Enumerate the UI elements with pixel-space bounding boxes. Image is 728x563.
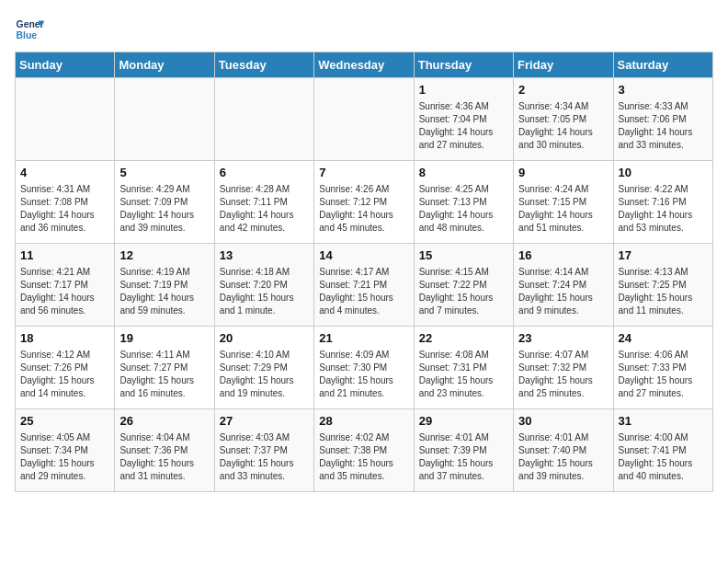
day-info-line: and 53 minutes. <box>619 222 708 235</box>
day-info-line: and 21 minutes. <box>319 387 408 400</box>
calendar-cell: 3Sunrise: 4:33 AMSunset: 7:06 PMDaylight… <box>613 78 712 161</box>
day-info-line: Sunrise: 4:29 AM <box>119 183 209 196</box>
day-info-line: Sunset: 7:25 PM <box>619 279 708 292</box>
day-info-line: Daylight: 15 hours <box>419 374 508 387</box>
day-info-line: Sunset: 7:19 PM <box>119 279 209 292</box>
day-info-line: and 33 minutes. <box>619 139 708 152</box>
day-info-line: Sunset: 7:20 PM <box>220 279 309 292</box>
day-number: 18 <box>20 330 109 347</box>
calendar-cell: 5Sunrise: 4:29 AMSunset: 7:09 PMDaylight… <box>115 161 214 244</box>
day-info-line: Sunset: 7:41 PM <box>619 444 708 457</box>
day-number: 16 <box>518 247 608 264</box>
day-info-line: Sunset: 7:12 PM <box>319 196 408 209</box>
weekday-header-thursday: Thursday <box>414 52 513 78</box>
weekday-header-monday: Monday <box>115 52 214 78</box>
day-info-line: Sunrise: 4:09 AM <box>319 349 408 362</box>
day-number: 31 <box>619 413 708 430</box>
day-info-line: Sunrise: 4:18 AM <box>220 266 309 279</box>
day-info-line: Daylight: 15 hours <box>20 374 109 387</box>
day-info-line: Sunrise: 4:34 AM <box>518 100 608 113</box>
day-info-line: and 9 minutes. <box>518 304 608 317</box>
day-info-line: Sunset: 7:37 PM <box>220 444 309 457</box>
day-info-line: Sunrise: 4:25 AM <box>419 183 508 196</box>
day-info-line: and 36 minutes. <box>20 222 109 235</box>
day-info-line: Daylight: 15 hours <box>220 292 309 304</box>
day-info-line: Sunrise: 4:24 AM <box>518 183 608 196</box>
day-info-line: and 39 minutes. <box>119 222 209 235</box>
day-info-line: Sunrise: 4:11 AM <box>119 349 209 362</box>
day-number: 12 <box>119 247 209 264</box>
day-info-line: and 48 minutes. <box>419 222 508 235</box>
day-info-line: Sunrise: 4:19 AM <box>119 266 209 279</box>
day-number: 13 <box>220 247 309 264</box>
calendar-cell: 26Sunrise: 4:04 AMSunset: 7:36 PMDayligh… <box>115 409 214 492</box>
day-info-line: and 23 minutes. <box>419 387 508 400</box>
page-header: General Blue <box>15 15 713 44</box>
day-info-line: Sunrise: 4:13 AM <box>619 266 708 279</box>
calendar-cell: 17Sunrise: 4:13 AMSunset: 7:25 PMDayligh… <box>613 244 712 327</box>
calendar-cell <box>115 78 214 161</box>
day-number: 26 <box>119 413 209 430</box>
day-info-line: Sunrise: 4:17 AM <box>319 266 408 279</box>
day-info-line: and 7 minutes. <box>419 304 508 317</box>
day-info-line: Sunrise: 4:10 AM <box>220 349 309 362</box>
calendar-cell: 27Sunrise: 4:03 AMSunset: 7:37 PMDayligh… <box>214 409 313 492</box>
day-number: 4 <box>20 165 109 181</box>
day-number: 11 <box>20 247 109 264</box>
day-info-line: Daylight: 15 hours <box>419 457 508 470</box>
day-info-line: Sunrise: 4:02 AM <box>319 431 408 444</box>
day-info-line: and 35 minutes. <box>319 470 408 483</box>
day-number: 3 <box>619 82 708 98</box>
day-info-line: Daylight: 15 hours <box>619 457 708 470</box>
day-number: 8 <box>419 165 508 181</box>
calendar-cell: 14Sunrise: 4:17 AMSunset: 7:21 PMDayligh… <box>314 244 414 327</box>
day-info-line: Daylight: 15 hours <box>319 457 408 470</box>
logo: General Blue <box>15 15 44 44</box>
calendar-cell: 24Sunrise: 4:06 AMSunset: 7:33 PMDayligh… <box>613 327 712 409</box>
day-number: 14 <box>319 247 408 264</box>
day-info-line: Sunset: 7:21 PM <box>319 279 408 292</box>
day-info-line: and 25 minutes. <box>518 387 608 400</box>
calendar-cell: 21Sunrise: 4:09 AMSunset: 7:30 PMDayligh… <box>314 327 414 409</box>
day-info-line: Sunset: 7:13 PM <box>419 196 508 209</box>
day-info-line: Sunset: 7:34 PM <box>20 444 109 457</box>
day-info-line: Sunset: 7:09 PM <box>119 196 209 209</box>
day-info-line: Sunrise: 4:14 AM <box>518 266 608 279</box>
day-info-line: Daylight: 14 hours <box>619 209 708 222</box>
day-info-line: and 51 minutes. <box>518 222 608 235</box>
day-number: 19 <box>119 330 209 347</box>
day-number: 28 <box>319 413 408 430</box>
day-info-line: Sunset: 7:29 PM <box>220 362 309 374</box>
calendar-cell: 1Sunrise: 4:36 AMSunset: 7:04 PMDaylight… <box>414 78 513 161</box>
day-info-line: and 31 minutes. <box>119 470 209 483</box>
day-info-line: Sunrise: 4:07 AM <box>518 349 608 362</box>
day-number: 10 <box>619 165 708 181</box>
day-info-line: Daylight: 14 hours <box>119 209 209 222</box>
day-info-line: Sunrise: 4:28 AM <box>220 183 309 196</box>
day-info-line: Daylight: 15 hours <box>20 457 109 470</box>
calendar-cell: 31Sunrise: 4:00 AMSunset: 7:41 PMDayligh… <box>613 409 712 492</box>
logo-icon: General Blue <box>15 15 44 44</box>
day-info-line: Daylight: 15 hours <box>119 374 209 387</box>
day-number: 25 <box>20 413 109 430</box>
day-info-line: and 45 minutes. <box>319 222 408 235</box>
week-row-1: 1Sunrise: 4:36 AMSunset: 7:04 PMDaylight… <box>16 78 713 161</box>
day-number: 1 <box>419 82 508 98</box>
day-info-line: and 42 minutes. <box>220 222 309 235</box>
day-info-line: Daylight: 15 hours <box>518 374 608 387</box>
day-info-line: Sunrise: 4:22 AM <box>619 183 708 196</box>
day-info-line: Sunset: 7:11 PM <box>220 196 309 209</box>
weekday-header-row: SundayMondayTuesdayWednesdayThursdayFrid… <box>16 52 713 78</box>
day-info-line: Sunset: 7:32 PM <box>518 362 608 374</box>
calendar-cell: 4Sunrise: 4:31 AMSunset: 7:08 PMDaylight… <box>16 161 115 244</box>
week-row-5: 25Sunrise: 4:05 AMSunset: 7:34 PMDayligh… <box>16 409 713 492</box>
day-info-line: Sunset: 7:30 PM <box>319 362 408 374</box>
day-info-line: Sunset: 7:39 PM <box>419 444 508 457</box>
day-info-line: and 11 minutes. <box>619 304 708 317</box>
day-info-line: Sunset: 7:31 PM <box>419 362 508 374</box>
calendar-table: SundayMondayTuesdayWednesdayThursdayFrid… <box>15 52 713 492</box>
day-info-line: Sunrise: 4:31 AM <box>20 183 109 196</box>
day-info-line: Sunset: 7:40 PM <box>518 444 608 457</box>
day-info-line: Daylight: 14 hours <box>619 126 708 139</box>
day-info-line: Daylight: 14 hours <box>20 292 109 304</box>
